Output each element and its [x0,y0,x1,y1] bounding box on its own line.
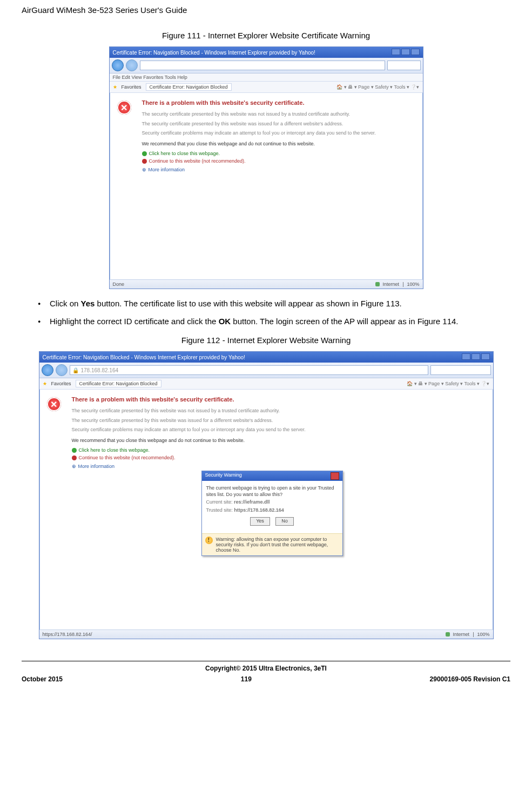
window-controls[interactable] [461,353,490,361]
dialog-titlebar: Security Warning [202,471,342,481]
page-content: ✕ There is a problem with this website's… [39,390,493,629]
window-title: Certificate Error: Navigation Blocked - … [43,354,245,360]
cert-msg-2: The security certificate presented by th… [72,418,472,424]
nav-toolbar: 🔒 178.168.82.164 [39,363,493,378]
window-title: Certificate Error: Navigation Blocked - … [113,50,315,56]
continue-link[interactable]: Continue to this website (not recommende… [72,455,472,460]
expand-icon: ⊕ [72,464,76,469]
shield-error-icon: ✕ [117,100,131,115]
address-bar[interactable] [140,61,385,70]
no-button[interactable]: No [275,517,294,526]
back-button[interactable] [42,364,53,376]
forward-button[interactable] [126,59,138,71]
status-zone: Internet [383,282,400,287]
close-page-link[interactable]: Click here to close this webpage. [142,151,401,156]
menu-bar[interactable]: File Edit View Favorites Tools Help [110,73,423,82]
status-bar: Done Internet | 100% [110,279,423,289]
page-tools[interactable]: 🏠 ▾ 🖶 ▾ Page ▾ Safety ▾ Tools ▾ ❔▾ [336,83,419,91]
more-info-link[interactable]: ⊕More information [142,167,401,172]
screenshot-ie-security-dialog: Certificate Error: Navigation Blocked - … [39,351,494,639]
yes-button[interactable]: Yes [250,517,270,526]
internet-zone-icon [375,282,380,286]
footer-separator [22,661,510,661]
security-warning-dialog: Security Warning The current webpage is … [201,471,343,555]
figure-111-caption: Figure 111 - Internet Explorer Website C… [22,31,510,40]
footer-date: October 2015 [22,675,63,683]
status-zone: Internet [453,632,470,637]
page-content: ✕ There is a problem with this website's… [110,93,423,279]
forward-button[interactable] [56,364,68,376]
status-text: Done [113,282,125,287]
instruction-item-2: Highlight the correct ID certificate and… [38,316,510,327]
window-controls[interactable] [390,49,420,56]
favorites-bar: ★ Favorites Certificate Error: Navigatio… [110,82,423,93]
favorites-label[interactable]: Favorites [51,381,71,386]
cert-recommendation: We recommend that you close this webpage… [72,438,472,443]
screenshot-ie-cert-warning: Certificate Error: Navigation Blocked - … [109,46,423,289]
expand-icon: ⊕ [142,167,146,172]
more-info-link[interactable]: ⊕More information [72,464,472,469]
cert-msg-1: The security certificate presented by th… [142,111,401,118]
footer-copyright: Copyright© 2015 Ultra Electronics, 3eTI [22,665,510,672]
cert-msg-2: The security certificate presented by th… [142,121,401,128]
instruction-list: Click on Yes button. The certificate lis… [22,298,510,327]
dialog-trusted-site: Trusted site: https://178.168.82.164 [206,507,338,514]
page-tools[interactable]: 🏠 ▾ 🖶 ▾ Page ▾ Safety ▾ Tools ▾ ❔▾ [407,380,489,387]
status-bar: https://178.168.82.164/ Internet | 100% [39,629,493,639]
window-titlebar: Certificate Error: Navigation Blocked - … [39,352,493,363]
dialog-current-site: Current site: res://ieframe.dll [206,499,338,506]
nav-toolbar [110,58,423,73]
cert-error-heading: There is a problem with this website's s… [72,396,472,403]
favorites-star-icon[interactable]: ★ [113,84,117,90]
tab-label[interactable]: Certificate Error: Navigation Blocked [76,380,161,387]
favorites-label[interactable]: Favorites [122,84,142,90]
close-page-link[interactable]: Click here to close this webpage. [72,447,472,453]
shield-error-icon: ✕ [47,397,61,411]
figure-112-caption: Figure 112 - Internet Explorer Website W… [22,336,510,345]
tab-label[interactable]: Certificate Error: Navigation Blocked [146,83,232,91]
back-button[interactable] [112,59,124,71]
dialog-title: Security Warning [205,472,242,480]
dialog-message: The current webpage is trying to open a … [206,485,338,498]
dialog-warning-strip: ! Warning: allowing this can expose your… [202,533,342,555]
search-box[interactable] [387,61,421,70]
red-dot-icon [142,159,147,164]
cert-msg-1: The security certificate presented by th… [72,408,472,414]
favorites-bar: ★ Favorites Certificate Error: Navigatio… [39,378,493,390]
dialog-warning-text: Warning: allowing this can expose your c… [216,537,339,553]
cert-error-heading: There is a problem with this website's s… [142,99,401,106]
green-dot-icon [72,448,77,453]
green-dot-icon [142,151,147,156]
dialog-close-button[interactable] [331,472,339,480]
continue-link[interactable]: Continue to this website (not recommende… [142,158,401,164]
internet-zone-icon [446,632,450,636]
cert-msg-3: Security certificate problems may indica… [142,130,401,137]
footer-row: October 2015 119 29000169-005 Revision C… [22,675,510,683]
document-header: AirGuard WiMesh 3e-523 Series User's Gui… [22,5,510,15]
cert-msg-3: Security certificate problems may indica… [72,427,472,433]
warning-icon: ! [205,537,213,544]
instruction-item-1: Click on Yes button. The certificate lis… [38,298,510,309]
footer-page-number: 119 [241,675,252,683]
status-text: https://178.168.82.164/ [43,632,92,637]
search-box[interactable] [430,365,491,375]
zoom-level[interactable]: 100% [407,282,419,287]
favorites-star-icon[interactable]: ★ [43,381,47,386]
window-titlebar: Certificate Error: Navigation Blocked - … [110,47,423,58]
address-bar[interactable]: 🔒 178.168.82.164 [70,365,428,375]
cert-recommendation: We recommend that you close this webpage… [142,141,401,146]
footer-revision: 29000169-005 Revision C1 [430,675,510,683]
red-dot-icon [72,455,77,460]
zoom-level[interactable]: 100% [477,632,489,637]
